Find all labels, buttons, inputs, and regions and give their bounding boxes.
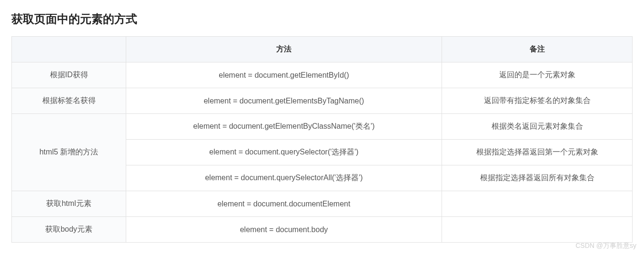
note-cell: 根据指定选择器返回第一个元素对象 (442, 140, 633, 165)
table-row: 获取body元素 element = document.body (12, 217, 633, 243)
header-note: 备注 (442, 37, 633, 62)
method-cell: element = document.getElementById() (126, 62, 442, 88)
header-method: 方法 (126, 37, 442, 62)
method-cell: element = document.getElementsByTagName(… (126, 88, 442, 114)
row-label: 根据标签名获得 (12, 88, 126, 114)
method-cell: element = document.getElementByClassName… (126, 114, 442, 140)
method-cell: element = document.body (126, 217, 442, 243)
row-label: 获取body元素 (12, 217, 126, 243)
note-cell: 根据类名返回元素对象集合 (442, 114, 633, 140)
note-cell (442, 217, 633, 243)
methods-table: 方法 备注 根据ID获得 element = document.getEleme… (11, 36, 633, 243)
table-header-row: 方法 备注 (12, 37, 633, 62)
note-cell: 根据指定选择器返回所有对象集合 (442, 165, 633, 191)
method-cell: element = document.documentElement (126, 191, 442, 217)
note-cell: 返回的是一个元素对象 (442, 62, 633, 88)
table-row: 根据ID获得 element = document.getElementById… (12, 62, 633, 88)
method-cell: element = document.querySelectorAll('选择器… (126, 165, 442, 191)
note-cell: 返回带有指定标签名的对象集合 (442, 88, 633, 114)
header-blank (12, 37, 126, 62)
table-row: html5 新增的方法 element = document.getElemen… (12, 114, 633, 140)
page-title: 获取页面中的元素的方式 (11, 11, 633, 27)
watermark-text: CSDN @万事胜意sy (575, 242, 636, 250)
table-row: 根据标签名获得 element = document.getElementsBy… (12, 88, 633, 114)
row-label: html5 新增的方法 (12, 114, 126, 191)
table-row: 获取html元素 element = document.documentElem… (12, 191, 633, 217)
note-cell (442, 191, 633, 217)
method-cell: element = document.querySelector('选择器') (126, 140, 442, 165)
row-label: 根据ID获得 (12, 62, 126, 88)
row-label: 获取html元素 (12, 191, 126, 217)
